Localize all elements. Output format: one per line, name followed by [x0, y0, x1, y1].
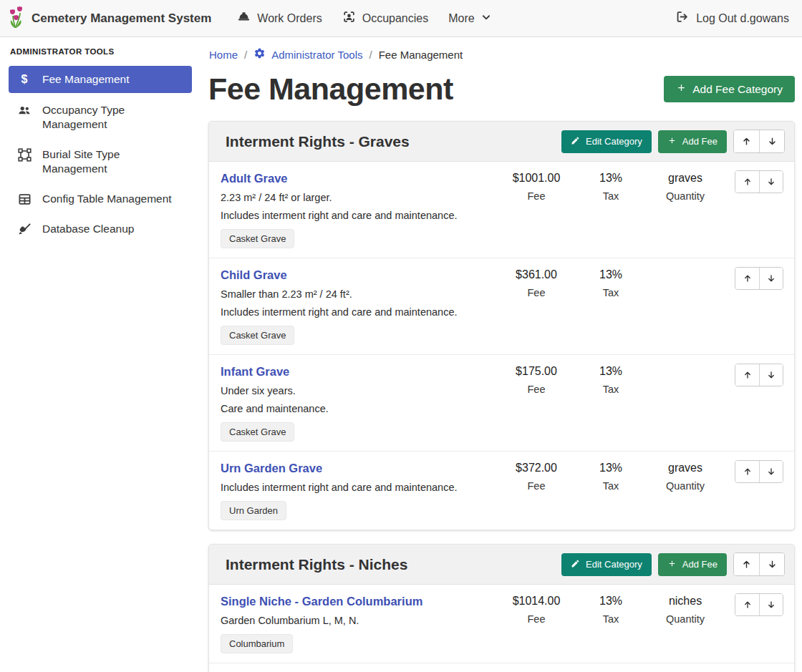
fee-badge: Casket Grave — [221, 422, 294, 442]
fee-description: Under six years. — [221, 385, 493, 396]
categories: Interment Rights - Graves Edit Category … — [208, 121, 795, 672]
category-body: Single Niche - Garden Columbarium Garden… — [209, 585, 794, 672]
sidebar-item-burial-site-type[interactable]: Burial Site Type Management — [9, 142, 192, 182]
nav-work-orders[interactable]: Work Orders — [227, 0, 332, 37]
fee-amount: $175.00 — [499, 365, 574, 379]
fee-amount: $1014.00 — [499, 595, 574, 608]
tax-label: Tax — [574, 190, 648, 202]
move-fee-down-button[interactable] — [759, 461, 783, 482]
nav-occupancies-label: Occupancies — [362, 12, 429, 25]
move-fee-up-button[interactable] — [735, 268, 759, 289]
tax-column: 13% Tax — [574, 170, 648, 202]
edit-category-button[interactable]: Edit Category — [561, 553, 652, 576]
move-fee-up-button[interactable] — [735, 171, 759, 193]
logout-button[interactable]: Log Out d.gowans — [675, 10, 789, 26]
category-header: Interment Rights - Niches Edit Category … — [209, 545, 794, 585]
fee-reorder-group — [735, 267, 783, 290]
fee-label: Fee — [499, 384, 574, 395]
fee-description: Garden Columbarium L, M, N. — [221, 615, 493, 626]
fee-name-link[interactable]: Single Niche - Garden Columbarium — [221, 595, 422, 608]
quantity-column — [648, 267, 723, 287]
category-title: Interment Rights - Niches — [218, 556, 561, 573]
fee-descriptions: 2.23 m² / 24 ft² or larger.Includes inte… — [221, 192, 493, 221]
tax-amount: 13% — [574, 365, 648, 379]
fee-amount: $372.00 — [499, 462, 574, 475]
fee-column: $361.00 Fee — [499, 267, 574, 298]
fee-badge: Casket Grave — [221, 229, 294, 248]
breadcrumb-admin-tools-label: Administrator Tools — [271, 49, 362, 61]
breadcrumb-separator: / — [244, 49, 247, 61]
fee-reorder-group — [735, 593, 783, 616]
quantity-value: graves — [648, 172, 723, 185]
move-category-down-button[interactable] — [759, 553, 784, 575]
sidebar-item-database-cleanup[interactable]: Database Cleanup — [9, 216, 192, 242]
quantity-value: niches — [648, 595, 723, 608]
breadcrumb-current: Fee Management — [379, 49, 463, 61]
category-reorder-group — [733, 130, 785, 153]
quantity-value: graves — [648, 462, 723, 475]
logout-label: Log Out d.gowans — [696, 12, 789, 25]
edit-category-button[interactable]: Edit Category — [561, 130, 652, 153]
fee-description: Care and maintenance. — [221, 403, 493, 414]
sidebar-item-fee-management[interactable]: $ Fee Management — [9, 66, 192, 93]
tax-amount: 13% — [574, 595, 648, 608]
move-fee-up-button[interactable] — [735, 594, 759, 615]
move-category-up-button[interactable] — [734, 553, 759, 575]
tax-label: Tax — [574, 480, 648, 492]
quantity-value — [648, 268, 723, 282]
move-fee-up-button[interactable] — [735, 461, 759, 482]
app-brand[interactable]: Cemetery Management System — [7, 6, 211, 31]
sidebar-item-occupancy-type[interactable]: Occupancy Type Management — [9, 97, 192, 137]
fee-column: $372.00 Fee — [499, 460, 574, 492]
main-content: Home / Administrator Tools / Fee Managem… — [200, 37, 802, 672]
fee-badge: Urn Garden — [221, 501, 286, 520]
tax-label: Tax — [574, 613, 648, 625]
category-header: Interment Rights - Graves Edit Category … — [209, 122, 794, 162]
fee-descriptions: Includes interment right and care and ma… — [221, 482, 493, 493]
move-fee-down-button[interactable] — [759, 171, 783, 193]
fee-descriptions: Under six years.Care and maintenance. — [221, 385, 493, 414]
add-fee-category-button[interactable]: Add Fee Category — [664, 76, 795, 102]
category-body: Adult Grave 2.23 m² / 24 ft² or larger.I… — [209, 162, 794, 530]
dollar-icon: $ — [17, 73, 32, 86]
fee-name-link[interactable]: Adult Grave — [221, 172, 288, 185]
fee-description: Smaller than 2.23 m² / 24 ft². — [221, 288, 493, 300]
fee-name-link[interactable]: Child Grave — [221, 268, 287, 282]
move-fee-down-button[interactable] — [759, 364, 783, 386]
move-fee-down-button[interactable] — [759, 594, 783, 615]
app-title: Cemetery Management System — [32, 11, 211, 26]
nav-work-orders-label: Work Orders — [257, 12, 322, 25]
nav-occupancies[interactable]: Occupancies — [332, 0, 439, 37]
quantity-column: graves Quantity — [648, 460, 723, 492]
fee-name-link[interactable]: Urn Garden Grave — [221, 462, 322, 475]
tax-column: 13% Tax — [574, 460, 648, 492]
plus-icon — [667, 559, 677, 570]
fee-column: $1001.00 Fee — [499, 170, 574, 202]
tax-column: 13% Tax — [574, 593, 648, 625]
move-category-up-button[interactable] — [734, 130, 759, 152]
page-title: Fee Management — [208, 72, 453, 107]
fee-row: Infant Grave Under six years.Care and ma… — [209, 355, 794, 452]
top-navbar: Cemetery Management System Work Orders O… — [0, 0, 802, 37]
sidebar-item-label: Database Cleanup — [42, 222, 134, 236]
tax-column: 13% Tax — [574, 267, 648, 298]
hardhat-icon — [237, 10, 251, 26]
breadcrumb-home-link[interactable]: Home — [209, 49, 238, 61]
move-fee-down-button[interactable] — [759, 268, 783, 289]
nav-more[interactable]: More — [438, 0, 501, 37]
fee-name-link[interactable]: Infant Grave — [221, 365, 289, 379]
move-category-down-button[interactable] — [759, 130, 784, 152]
tax-amount: 13% — [574, 462, 648, 475]
tax-label: Tax — [574, 287, 648, 298]
sidebar-item-config-table[interactable]: Config Table Management — [9, 186, 192, 212]
move-fee-up-button[interactable] — [735, 364, 759, 386]
fee-label: Fee — [499, 480, 574, 492]
breadcrumb-admin-tools-link[interactable]: Administrator Tools — [253, 47, 362, 62]
add-fee-button[interactable]: Add Fee — [658, 130, 727, 153]
tax-amount: 13% — [574, 172, 648, 185]
quantity-column: niches Quantity — [648, 593, 723, 625]
broom-icon — [17, 223, 32, 236]
add-fee-button[interactable]: Add Fee — [658, 553, 727, 576]
pencil-icon — [571, 559, 580, 570]
fee-row: Single Niche - Garden Columbarium Garden… — [209, 585, 794, 663]
